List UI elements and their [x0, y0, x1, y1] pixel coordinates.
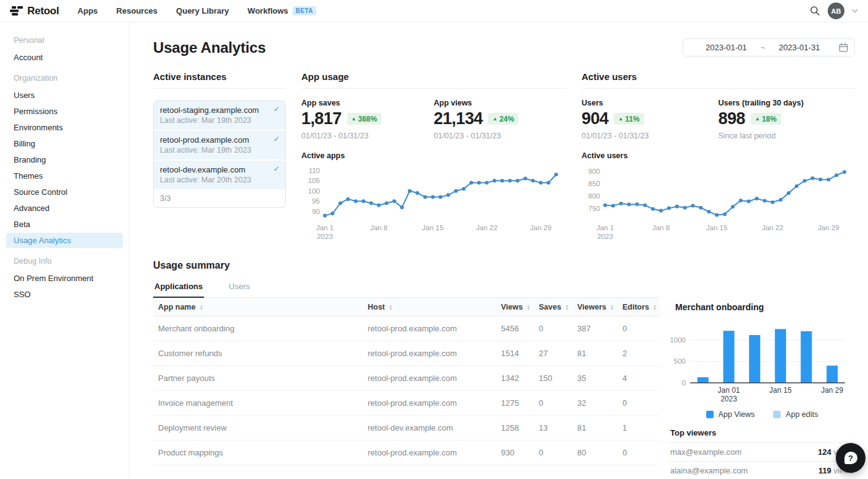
help-button[interactable]: ? — [836, 443, 866, 473]
sidebar-item-account[interactable]: Account — [6, 50, 123, 65]
metric-app-views: App views21,134▲24%01/01/23 - 01/31/23 — [434, 99, 567, 140]
metric-label: App views — [434, 99, 567, 107]
table-cell: 930 — [501, 448, 539, 457]
table-cell: 32 — [577, 398, 622, 408]
summary-tabs: ApplicationsUsers — [153, 277, 660, 298]
table-cell: 4 — [622, 374, 660, 383]
table-row[interactable]: Deployment reviewretool-dev.example.com1… — [153, 416, 660, 441]
column-header-editors[interactable]: Editors▲▼ — [622, 303, 660, 311]
table-cell: retool-prod.example.com — [368, 374, 501, 383]
section-title-active-users: Active users — [582, 71, 855, 89]
column-header-app-name[interactable]: App name▲▼ — [158, 303, 368, 311]
chevron-down-icon[interactable] — [852, 9, 858, 13]
search-icon[interactable] — [810, 6, 820, 16]
sidebar-item-advanced[interactable]: Advanced — [6, 200, 123, 216]
sidebar-item-source-control[interactable]: Source Control — [6, 184, 123, 200]
table-cell: 81 — [577, 349, 622, 358]
instance-row[interactable]: retool-prod.example.comLast active: Mar … — [154, 131, 285, 161]
column-label: Views — [501, 303, 523, 311]
nav-menu: AppsResourcesQuery LibraryWorkflowsBETA — [78, 6, 316, 16]
metric-value: 21,134 — [434, 109, 483, 128]
table-row[interactable]: Invoice managementretool-prod.example.co… — [153, 391, 660, 416]
sidebar-item-usage-analytics[interactable]: Usage Analytics — [6, 233, 123, 248]
active-instances-section: Active instances retool-staging.example.… — [153, 71, 286, 244]
nav-item-workflows[interactable]: WorkflowsBETA — [247, 6, 316, 16]
svg-text:Jan 1: Jan 1 — [596, 224, 614, 231]
avatar[interactable]: AB — [828, 2, 844, 19]
table-cell: 13 — [539, 423, 577, 432]
main-content: Usage Analytics 2023-01-01 ~ 2023-01-31 — [130, 22, 868, 479]
nav-item-query-library[interactable]: Query Library — [176, 6, 229, 16]
sidebar-item-environments[interactable]: Environments — [6, 120, 123, 135]
date-from: 2023-01-01 — [706, 43, 747, 52]
column-header-viewers[interactable]: Viewers▲▼ — [577, 303, 622, 311]
sort-icon: ▲▼ — [526, 304, 530, 310]
table-cell: 0 — [622, 324, 660, 333]
tab-users[interactable]: Users — [228, 277, 251, 297]
instance-list: retool-staging.example.comLast active: M… — [153, 101, 286, 208]
svg-text:2023: 2023 — [597, 233, 613, 240]
instance-count: 3/3 — [154, 190, 285, 207]
sidebar-section-title: Organization — [0, 74, 129, 83]
table-row[interactable]: Merchant onboardingretool-prod.example.c… — [153, 316, 660, 341]
svg-text:2023: 2023 — [317, 233, 333, 240]
delta-value: 18% — [762, 115, 777, 123]
sidebar-item-on-prem-environment[interactable]: On Prem Environment — [6, 271, 123, 286]
metric-label: App saves — [301, 99, 434, 107]
nav-item-label: Workflows — [247, 6, 288, 16]
summary-detail-panel: Merchant onboarding 05001000Jan 012023Ja… — [660, 277, 855, 479]
sidebar-item-beta[interactable]: Beta — [6, 217, 123, 232]
svg-text:Jan 29: Jan 29 — [818, 224, 839, 231]
table-row[interactable]: Product mappingsretool-prod.example.com9… — [153, 441, 660, 465]
trend-up-icon: ▲ — [492, 117, 497, 122]
legend-swatch — [773, 411, 781, 418]
svg-text:Jan 15: Jan 15 — [422, 224, 444, 231]
check-icon: ✓ — [273, 164, 280, 173]
svg-text:110: 110 — [309, 167, 320, 174]
table-cell: 1342 — [501, 374, 539, 383]
metric-delta-badge: ▲368% — [347, 113, 382, 125]
svg-text:Jan 15: Jan 15 — [706, 224, 728, 231]
sidebar-item-themes[interactable]: Themes — [6, 168, 123, 184]
instance-last-active: Last active: Mar 19th 2023 — [160, 146, 279, 154]
column-header-saves[interactable]: Saves▲▼ — [539, 303, 577, 311]
svg-text:Jan 8: Jan 8 — [652, 224, 670, 231]
tab-applications[interactable]: Applications — [153, 277, 204, 298]
metric-users: Users904▲11%01/01/23 - 01/31/23 — [582, 99, 719, 140]
metric-delta-badge: ▲11% — [614, 113, 644, 125]
calendar-icon[interactable] — [839, 43, 848, 52]
date-separator: ~ — [761, 43, 766, 52]
table-cell: Deployment review — [158, 423, 368, 432]
check-icon: ✓ — [273, 105, 280, 114]
column-header-views[interactable]: Views▲▼ — [501, 303, 539, 311]
table-row[interactable]: Customer refundsretool-prod.example.com1… — [153, 341, 660, 366]
legend-swatch — [706, 411, 714, 418]
instance-row[interactable]: retool-staging.example.comLast active: M… — [154, 101, 285, 131]
retool-logo[interactable]: Retool — [10, 5, 59, 17]
date-range-picker[interactable]: 2023-01-01 ~ 2023-01-31 — [683, 38, 855, 56]
sidebar-item-sso[interactable]: SSO — [6, 287, 123, 302]
svg-text:Jan 1: Jan 1 — [316, 224, 334, 231]
sidebar-item-branding[interactable]: Branding — [6, 152, 123, 168]
table-row[interactable]: Partner payoutsretool-prod.example.com13… — [153, 366, 660, 391]
sidebar-item-users[interactable]: Users — [6, 87, 123, 103]
column-header-host[interactable]: Host▲▼ — [368, 303, 501, 311]
sort-icon: ▲▼ — [610, 304, 614, 310]
nav-item-apps[interactable]: Apps — [78, 6, 98, 16]
instance-row[interactable]: retool-dev.example.comLast active: Mar 2… — [154, 161, 285, 190]
sidebar-item-permissions[interactable]: Permissions — [6, 104, 123, 119]
help-icon: ? — [844, 452, 857, 464]
svg-text:Jan 22: Jan 22 — [762, 224, 784, 231]
column-label: App name — [158, 303, 195, 311]
nav-item-resources[interactable]: Resources — [117, 6, 157, 16]
table-cell: retool-prod.example.com — [368, 398, 501, 408]
table-cell: Invoice management — [158, 398, 368, 408]
viewer-email: alaina@example.com — [670, 466, 748, 475]
sidebar-item-billing[interactable]: Billing — [6, 136, 123, 151]
sort-icon: ▲▼ — [565, 304, 569, 310]
instance-last-active: Last active: Mar 20th 2023 — [160, 176, 279, 184]
metric-period: Since last period — [719, 132, 856, 140]
usage-summary-section: Usage summary ApplicationsUsers App name… — [153, 260, 855, 479]
svg-text:1000: 1000 — [670, 336, 686, 344]
top-navbar: Retool AppsResourcesQuery LibraryWorkflo… — [0, 0, 868, 22]
